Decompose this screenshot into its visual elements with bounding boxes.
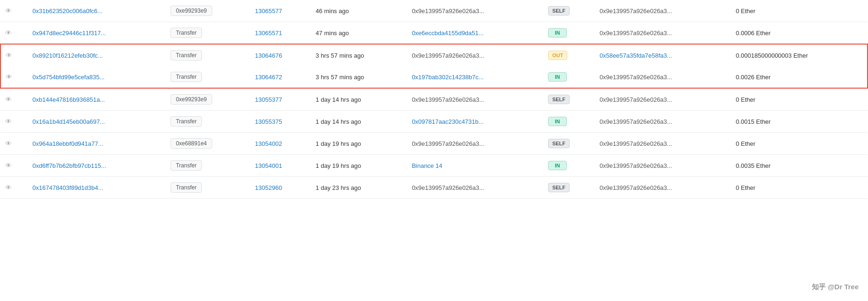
method-cell: Transfer (166, 155, 250, 177)
table-row: 👁 0x5d754bfd99e5cefa835... Transfer 1306… (0, 66, 868, 88)
eye-cell[interactable]: 👁 (0, 133, 28, 155)
eye-cell[interactable]: 👁 (0, 22, 28, 45)
transaction-table-wrapper: 👁 0x31b623520c006a0fc6... 0xe99293e9 130… (0, 0, 868, 199)
age-cell: 3 hrs 57 mins ago (311, 44, 407, 66)
block-number[interactable]: 13052960 (255, 184, 282, 191)
eye-cell[interactable]: 👁 (0, 88, 28, 111)
block-cell[interactable]: 13054001 (250, 155, 311, 177)
tx-hash-link[interactable]: 0x31b623520c006a0fc6... (32, 8, 103, 15)
tx-hash-cell[interactable]: 0x167478403f89d1d3b4... (28, 177, 166, 199)
block-cell[interactable]: 13052960 (250, 177, 311, 199)
from-address: 0x9e139957a926e026a3... (412, 8, 484, 15)
eye-icon[interactable]: 👁 (5, 96, 12, 103)
eye-cell[interactable]: 👁 (0, 66, 28, 88)
from-address[interactable]: Binance 14 (412, 162, 442, 169)
tx-hash-cell[interactable]: 0xb144e47816b936851a... (28, 88, 166, 111)
value-text: 0 Ether (736, 96, 756, 103)
eye-icon[interactable]: 👁 (5, 29, 12, 37)
tx-hash-cell[interactable]: 0xd6ff7b7b62bfb97cb115... (28, 155, 166, 177)
to-address: 0x9e139957a926e026a3... (600, 140, 672, 147)
tx-hash-cell[interactable]: 0x5d754bfd99e5cefa835... (28, 66, 166, 88)
from-address[interactable]: 0x197bab302c14238b7c... (412, 74, 483, 81)
eye-cell[interactable]: 👁 (0, 44, 28, 66)
method-cell: 0xe68891e4 (166, 133, 250, 155)
block-number[interactable]: 13054002 (255, 140, 282, 147)
transaction-table: 👁 0x31b623520c006a0fc6... 0xe99293e9 130… (0, 0, 868, 199)
direction-badge: SELF (548, 139, 570, 148)
block-number[interactable]: 13065571 (255, 30, 282, 37)
block-number[interactable]: 13064676 (255, 52, 282, 59)
block-number[interactable]: 13055375 (255, 118, 282, 125)
value-cell: 0.0035 Ether (731, 155, 868, 177)
tx-hash-cell[interactable]: 0x947d8ec29446c11f317... (28, 22, 166, 45)
block-number[interactable]: 13064672 (255, 74, 282, 81)
direction-cell: IN (543, 22, 595, 45)
from-cell: 0x9e139957a926e026a3... (407, 44, 543, 66)
table-row: 👁 0x16a1b4d145eb00a697... Transfer 13055… (0, 111, 868, 133)
age-cell: 46 mins ago (311, 0, 407, 22)
age-cell: 1 day 19 hrs ago (311, 133, 407, 155)
block-cell[interactable]: 13065571 (250, 22, 311, 45)
method-cell: Transfer (166, 177, 250, 199)
tx-hash-cell[interactable]: 0x89210f16212efeb30fc... (28, 44, 166, 66)
direction-badge: IN (548, 72, 567, 82)
method-badge: Transfer (171, 182, 201, 193)
block-cell[interactable]: 13055375 (250, 111, 311, 133)
tx-hash-link[interactable]: 0x167478403f89d1d3b4... (32, 184, 103, 191)
tx-hash-link[interactable]: 0x947d8ec29446c11f317... (32, 30, 106, 37)
block-cell[interactable]: 13064672 (250, 66, 311, 88)
to-address: 0x9e139957a926e026a3... (600, 96, 672, 103)
block-number[interactable]: 13055377 (255, 96, 282, 103)
to-address[interactable]: 0x58ee57a35fda7e58fa3... (600, 52, 672, 59)
eye-cell[interactable]: 👁 (0, 111, 28, 133)
from-address[interactable]: 0xe6eccbda4155d9da51... (412, 30, 483, 37)
eye-icon[interactable]: 👁 (5, 162, 12, 169)
to-cell: 0x9e139957a926e026a3... (595, 66, 731, 88)
eye-icon[interactable]: 👁 (5, 140, 12, 147)
eye-cell[interactable]: 👁 (0, 155, 28, 177)
tx-hash-link[interactable]: 0x964a18ebbf0d941a77... (32, 140, 103, 147)
value-cell: 0.0026 Ether (731, 66, 868, 88)
value-text: 0 Ether (736, 184, 756, 191)
method-cell: 0xe99293e9 (166, 88, 250, 111)
eye-cell[interactable]: 👁 (0, 0, 28, 22)
block-number[interactable]: 13054001 (255, 162, 282, 169)
from-cell: Binance 14 (407, 155, 543, 177)
direction-cell: IN (543, 155, 595, 177)
value-text: 0.0006 Ether (736, 30, 771, 37)
tx-hash-link[interactable]: 0x5d754bfd99e5cefa835... (32, 74, 104, 81)
method-badge: Transfer (171, 160, 201, 171)
table-row: 👁 0x964a18ebbf0d941a77... 0xe68891e4 130… (0, 133, 868, 155)
age-text: 1 day 19 hrs ago (316, 162, 361, 169)
block-cell[interactable]: 13064676 (250, 44, 311, 66)
tx-hash-link[interactable]: 0xb144e47816b936851a... (32, 96, 105, 103)
eye-icon[interactable]: 👁 (6, 73, 12, 81)
from-address: 0x9e139957a926e026a3... (412, 140, 484, 147)
tx-hash-link[interactable]: 0xd6ff7b7b62bfb97cb115... (32, 162, 106, 169)
block-cell[interactable]: 13054002 (250, 133, 311, 155)
age-cell: 1 day 14 hrs ago (311, 88, 407, 111)
tx-hash-cell[interactable]: 0x964a18ebbf0d941a77... (28, 133, 166, 155)
from-address: 0x9e139957a926e026a3... (412, 52, 484, 59)
eye-icon[interactable]: 👁 (5, 184, 12, 191)
value-cell: 0.000185000000003 Ether (731, 44, 868, 66)
eye-icon[interactable]: 👁 (6, 52, 12, 59)
tx-hash-cell[interactable]: 0x31b623520c006a0fc6... (28, 0, 166, 22)
direction-badge: IN (548, 28, 567, 38)
value-text: 0.0035 Ether (736, 162, 771, 169)
method-badge: 0xe68891e4 (171, 138, 212, 149)
block-cell[interactable]: 13065577 (250, 0, 311, 22)
tx-hash-cell[interactable]: 0x16a1b4d145eb00a697... (28, 111, 166, 133)
eye-icon[interactable]: 👁 (5, 118, 12, 125)
eye-cell[interactable]: 👁 (0, 177, 28, 199)
tx-hash-link[interactable]: 0x16a1b4d145eb00a697... (32, 118, 105, 125)
to-address: 0x9e139957a926e026a3... (600, 184, 672, 191)
age-text: 47 mins ago (316, 30, 349, 37)
block-cell[interactable]: 13055377 (250, 88, 311, 111)
value-text: 0.0026 Ether (736, 74, 771, 81)
age-cell: 1 day 23 hrs ago (311, 177, 407, 199)
tx-hash-link[interactable]: 0x89210f16212efeb30fc... (32, 52, 103, 59)
block-number[interactable]: 13065577 (255, 8, 282, 15)
eye-icon[interactable]: 👁 (5, 7, 12, 15)
from-address[interactable]: 0x097817aac230c4731b... (412, 118, 483, 125)
